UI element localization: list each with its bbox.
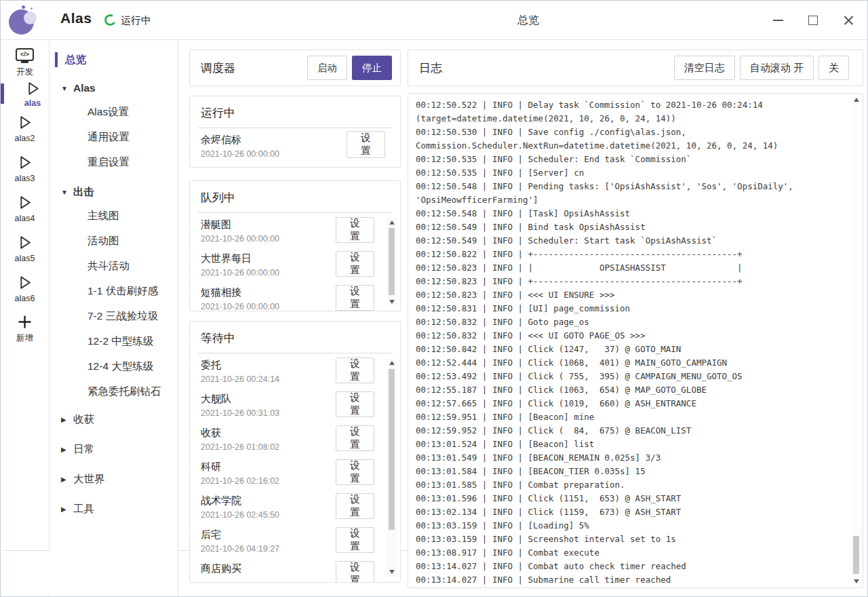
rail-item-label: 新增 [16,332,33,344]
menu-item[interactable]: ▶ 工具 [50,494,178,524]
scroll-down-icon[interactable] [854,579,859,583]
menu-item[interactable]: 重启设置 [50,150,178,175]
rail-item-label: alas6 [15,294,35,303]
rail-item-label: alas5 [15,254,35,263]
log-line: 00:12:50.831 | INFO | [UI] page_commissi… [416,302,846,315]
task-next-run-time: 2021-10-26 04:19:27 [201,544,279,554]
plus-icon [16,312,34,331]
log-line: (target=datetime.datetime(2021, 10, 26, … [416,112,846,126]
scrollbar-thumb[interactable] [389,369,395,530]
waiting-title: 等待中 [190,322,400,346]
menu-item[interactable]: 主线图 [50,204,178,229]
rail-item[interactable]: </> alas6 [1,268,49,308]
menu-item[interactable]: 活动图 [50,229,178,254]
log-scrollbar[interactable] [851,95,861,586]
log-line: 00:13:14.027 | INFO | Combat auto check … [416,560,846,573]
rail-item[interactable]: </> alas2 [1,108,49,148]
task-row: 大舰队 2021-10-26 00:31:03 设置 [190,387,400,421]
menu-item-label: 大世界 [73,472,105,486]
menu-item-label: 12-4 大型练级 [87,360,153,374]
task-next-run-time: 2021-10-26 00:24:14 [201,374,279,384]
log-line: 00:12:59.952 | INFO | Click ( 84, 675) @… [416,424,846,438]
rail-item[interactable]: </> alas3 [1,148,49,188]
menu-item-label: 共斗活动 [87,259,130,273]
scheduler-start-button[interactable]: 启动 [307,56,347,80]
menu-item-label: Alas [73,82,96,94]
task-row: 委托 2021-10-26 00:24:14 设置 [190,353,400,387]
task-name: 商店购买 [201,562,241,575]
rail-item-label: 开发 [16,66,33,78]
log-line: 00:12:50.822 | INFO | +-----------------… [416,248,846,261]
task-next-run-time: 2021-10-26 00:00:00 [201,302,279,311]
menu-item-label: Alas设置 [87,105,129,119]
play-icon [16,153,33,172]
log-panel[interactable]: 00:12:50.522 | INFO | Delay task `Commis… [408,93,863,588]
task-row: 短猫相接 2021-10-26 00:00:00 设置 [190,281,400,311]
menu-item[interactable]: 通用设置 [50,125,178,150]
rail-item[interactable]: </> 新增 [1,308,49,348]
menu-item[interactable]: Alas设置 [50,100,178,125]
task-setting-button[interactable]: 设置 [347,131,385,158]
scroll-up-icon[interactable] [389,361,395,365]
queue-scrollbar[interactable] [387,218,397,307]
menu-item[interactable]: 1-1 伏击刷好感 [50,279,178,304]
menu-item[interactable]: ▼ Alas [50,77,178,100]
menu-item[interactable]: ▶ 日常 [50,434,178,464]
task-setting-button[interactable]: 设置 [336,459,374,485]
clear-log-button[interactable]: 清空日志 [674,56,735,80]
close-button[interactable] [839,11,858,30]
app-window: Alas 运行中 总览 </> 开发 </> alas [0,0,868,597]
scroll-down-icon[interactable] [389,300,395,304]
menu-item[interactable]: ▼ 出击 [50,180,178,204]
waiting-scrollbar[interactable] [387,358,397,577]
rail-item[interactable]: </> alas5 [1,228,49,268]
task-setting-button[interactable]: 设置 [336,217,374,243]
task-setting-button[interactable]: 设置 [336,425,374,451]
menu-item[interactable]: ▶ 大世界 [50,464,178,494]
menu-item[interactable]: 12-4 大型练级 [50,354,178,379]
log-line: 00:13:03.159 | INFO | [Loading] 5% [416,519,846,533]
play-icon [24,80,41,97]
task-setting-button[interactable]: 设置 [336,493,374,519]
scroll-up-icon[interactable] [389,220,395,225]
task-setting-button[interactable]: 设置 [336,358,374,383]
rail-item[interactable]: </> alas4 [1,188,49,228]
scrollbar-thumb[interactable] [389,228,395,295]
task-setting-button[interactable]: 设置 [336,561,374,583]
task-setting-button[interactable]: 设置 [336,391,374,417]
menu-item-label: 主线图 [87,209,119,223]
autoscroll-toggle-button[interactable]: 自动滚动 开 [740,56,814,80]
running-task-list: 余烬信标 2021-10-26 00:00:00 设置 [190,128,400,162]
minimize-button[interactable] [768,11,787,30]
menu-item[interactable]: ▶ 收获 [50,404,178,434]
log-line: 00:12:50.548 | INFO | [Task] OpsiAshAssi… [416,207,846,220]
log-line: Commission.Scheduler.NextRun=datetime.da… [416,139,846,153]
log-line: 00:13:01.524 | INFO | [Beacon] list [416,438,846,451]
maximize-button[interactable] [804,11,823,30]
rail-item[interactable]: </> 开发 [1,42,49,82]
scheduler-title: 调度器 [201,60,307,76]
task-row: 科研 2021-10-26 02:16:02 设置 [190,455,400,489]
task-next-run-time: 2021-10-26 00:31:03 [201,408,279,418]
menu-item[interactable]: 总览 [50,48,178,71]
menu-item[interactable]: 7-2 三战捡垃圾 [50,304,178,329]
expand-arrow-icon: ▶ [61,476,73,483]
task-next-run-time: 2021-10-26 02:45:50 [201,510,279,520]
task-setting-button[interactable]: 设置 [336,527,374,553]
scheduler-stop-button[interactable]: 停止 [352,56,392,80]
log-line: 00:12:59.951 | INFO | [Beacon] mine [416,410,846,424]
rail-item[interactable]: </> alas [1,82,49,105]
task-setting-button[interactable]: 设置 [336,251,374,277]
window-controls [768,1,858,40]
menu-item[interactable]: 12-2 中型练级 [50,329,178,354]
log-line: 00:12:50.549 | INFO | Bind task OpsiAshA… [416,220,846,234]
menu-item[interactable]: 共斗活动 [50,254,178,279]
task-name: 余烬信标 [201,134,241,147]
scroll-up-icon[interactable] [854,98,859,102]
scroll-down-icon[interactable] [389,570,395,574]
scrollbar-thumb[interactable] [853,536,859,574]
menu-item[interactable]: 紧急委托刷钻石 [50,379,178,404]
log-collapse-button[interactable]: 关 [818,56,849,80]
task-setting-button[interactable]: 设置 [336,285,374,311]
task-next-run-time: 2021-10-26 01:08:02 [201,442,279,452]
